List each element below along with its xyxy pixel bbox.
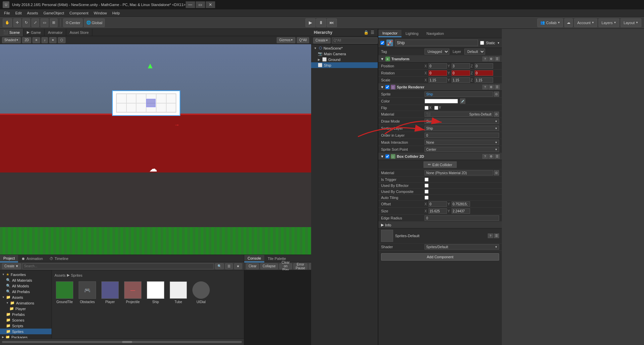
asset-uidial[interactable]: UIDial — [191, 280, 211, 305]
scene-canvas[interactable]: → ☁ ▲ — [0, 44, 311, 255]
edit-collider-button[interactable]: ✏ Edit Collider — [424, 161, 456, 168]
maximize-button[interactable]: ▭ — [196, 1, 205, 8]
transform-inspect-btn[interactable]: ? — [482, 57, 488, 61]
offset-x-input[interactable] — [429, 201, 447, 207]
sr-menu-btn[interactable]: ☰ — [494, 85, 500, 89]
asset-groundtile[interactable]: GroundTile — [55, 280, 75, 305]
pivot-btn[interactable]: ⊙ Center — [63, 18, 83, 27]
menu-window[interactable]: Window — [91, 10, 109, 16]
inspector-tab-lighting[interactable]: Lighting — [401, 30, 423, 37]
tab-console[interactable]: Console — [244, 255, 264, 262]
scale-x-input[interactable] — [429, 77, 447, 83]
flip-y-checkbox[interactable] — [434, 106, 438, 110]
tree-packages[interactable]: ▶ 📁 Packages — [0, 334, 52, 338]
sprite-select-btn[interactable]: ⊙ — [494, 91, 499, 97]
asset-tube[interactable]: Tube — [168, 280, 188, 305]
menu-file[interactable]: File — [1, 10, 13, 16]
layout-button[interactable]: Layout — [621, 18, 641, 27]
flip-x-checkbox[interactable] — [425, 106, 429, 110]
tab-animator[interactable]: Animator — [44, 29, 66, 36]
material-inspect-btn[interactable]: ? — [488, 233, 493, 238]
hier-ship[interactable]: ⬜ Ship — [311, 62, 378, 68]
close-button[interactable]: ✕ — [206, 1, 215, 8]
menu-edit[interactable]: Edit — [13, 10, 24, 16]
tab-scene[interactable]: ⬛ Scene — [0, 29, 23, 36]
account-button[interactable]: Account — [574, 18, 597, 27]
star-filter-btn[interactable]: ★ — [234, 263, 242, 269]
menu-help[interactable]: Help — [109, 10, 122, 16]
hierarchy-search[interactable] — [332, 38, 378, 44]
hier-ground[interactable]: ▶ ⬜ Ground — [311, 57, 378, 62]
cloud-button[interactable]: ☁ — [564, 18, 573, 27]
collider-material-dropdown[interactable]: None (Physics Material 2D) — [425, 170, 493, 176]
scroll-track[interactable] — [2, 341, 242, 343]
tree-all-materials[interactable]: 🔍 All Materials — [0, 277, 52, 283]
hier-newscene[interactable]: ▼ ⬡ NewScene* — [311, 45, 378, 51]
menu-assets[interactable]: Assets — [24, 10, 41, 16]
inspector-tab-navigation[interactable]: Navigation — [423, 30, 448, 37]
search-btn[interactable]: Q*All — [297, 37, 309, 43]
scale-y-input[interactable] — [452, 77, 470, 83]
rot-z-input[interactable] — [475, 70, 493, 76]
order-layer-input[interactable] — [425, 133, 499, 138]
tree-assets[interactable]: ▼ 📁 Assets — [0, 294, 52, 300]
tree-animations[interactable]: ▼ 📁 Animations — [0, 300, 52, 306]
audio-btn[interactable]: ♪ — [41, 37, 48, 43]
shader-dropdown[interactable]: Sprites/Default ▼ — [425, 244, 499, 250]
tab-project[interactable]: Project — [0, 255, 18, 262]
scroll-thumb[interactable] — [122, 341, 132, 343]
sr-inspect-btn[interactable]: ? — [482, 85, 488, 89]
tab-asset-store[interactable]: Asset Store — [66, 29, 92, 36]
draw-mode-dropdown[interactable]: Simple ▼ — [425, 119, 499, 124]
tab-animation[interactable]: ⏺ Animation — [18, 255, 46, 262]
inspector-tab-inspector[interactable]: Inspector — [378, 30, 401, 37]
play-button[interactable]: ▶ — [305, 18, 315, 27]
tool-move[interactable]: ✛ — [13, 18, 21, 27]
transform-settings-btn[interactable]: ⚙ — [488, 57, 494, 61]
hier-main-camera[interactable]: 📷 Main Camera — [311, 51, 378, 57]
info-header[interactable]: ▶ Info — [378, 222, 502, 228]
tree-prefabs[interactable]: 📁 Prefabs — [0, 312, 52, 317]
sprite-dropdown[interactable]: Ship — [425, 91, 493, 97]
layer-select[interactable]: Default — [464, 49, 485, 55]
collab-button[interactable]: 👥 Collab ▼ — [537, 18, 563, 27]
asset-obstacles[interactable]: 🎮 Obstacles — [77, 280, 97, 305]
asset-player[interactable]: Player — [100, 280, 120, 305]
tool-hand[interactable]: ✋ — [3, 18, 12, 27]
effects-btn[interactable]: ✦ — [49, 37, 57, 43]
ui-btn[interactable]: ⬡ — [58, 37, 66, 43]
lighting-btn[interactable]: ☀ — [32, 37, 40, 43]
tool-scale[interactable]: ⤢ — [31, 18, 39, 27]
transform-handle-up[interactable]: ▲ — [146, 61, 154, 70]
clear-button[interactable]: Clear — [246, 263, 259, 269]
bc-settings-btn[interactable]: ⚙ — [488, 154, 494, 159]
tree-sprites[interactable]: 📁 Sprites — [0, 329, 52, 334]
rot-x-input[interactable] — [429, 70, 447, 76]
sorting-layer-dropdown[interactable]: Ship ▼ — [425, 126, 499, 131]
space-btn[interactable]: 🌐 Global — [84, 18, 105, 27]
color-preview[interactable] — [425, 99, 458, 104]
used-by-effector-checkbox[interactable] — [425, 184, 429, 188]
used-by-composite-checkbox[interactable] — [425, 190, 429, 194]
box-collider-header[interactable]: ▼ ◻ Box Collider 2D ? ⚙ ☰ — [378, 153, 502, 160]
search-input[interactable] — [22, 263, 214, 269]
create-btn[interactable]: Create ▼ — [2, 263, 21, 269]
pos-y-input[interactable] — [452, 63, 470, 69]
create-hier-btn[interactable]: Create ▼ — [313, 38, 331, 44]
tab-game[interactable]: ▶ Game — [23, 29, 44, 36]
gizmos-btn[interactable]: Gizmos ▼ — [277, 37, 295, 43]
tree-scripts[interactable]: 📁 Scripts — [0, 323, 52, 329]
2d-btn[interactable]: 2D — [22, 37, 31, 43]
offset-y-input[interactable] — [452, 201, 470, 207]
rot-y-input[interactable] — [452, 70, 470, 76]
sprite-sort-dropdown[interactable]: Center ▼ — [425, 147, 499, 152]
object-name-field[interactable] — [395, 40, 478, 46]
sprite-renderer-header[interactable]: ▼ ◫ Sprite Renderer ? ⚙ ☰ — [378, 84, 502, 91]
size-y-input[interactable] — [452, 208, 470, 214]
asset-projectile[interactable]: — Projectile — [123, 280, 143, 305]
tool-rect[interactable]: ▭ — [40, 18, 49, 27]
scale-z-input[interactable] — [475, 77, 493, 83]
static-checkbox[interactable] — [480, 41, 484, 45]
shaded-btn[interactable]: Shaded ▼ — [2, 37, 21, 43]
edge-radius-input[interactable] — [425, 215, 499, 221]
